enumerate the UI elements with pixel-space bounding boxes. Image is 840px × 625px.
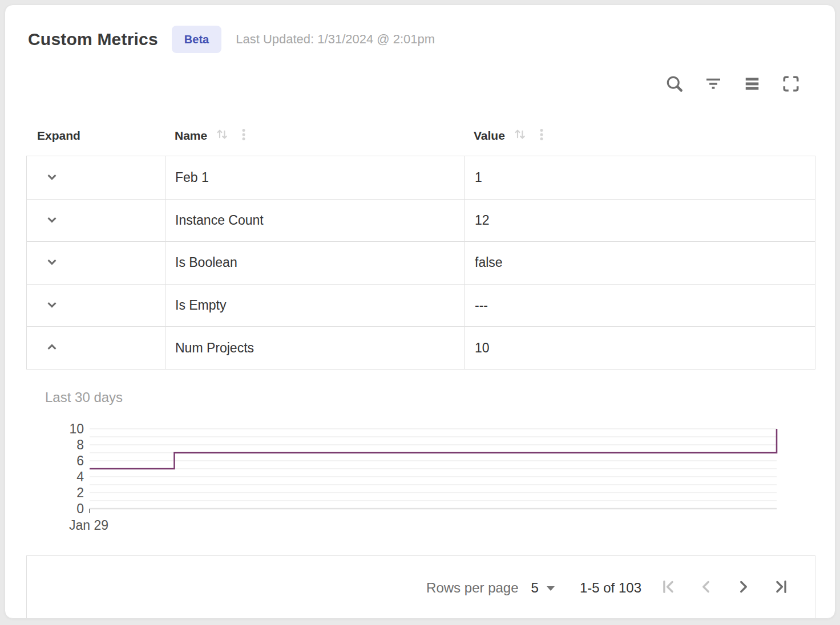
- last-page-button[interactable]: [769, 576, 793, 600]
- chart-title: Last 30 days: [45, 389, 123, 405]
- chevron-right-icon: [734, 577, 753, 598]
- step-line-chart: 0246810Jan 29: [58, 421, 782, 538]
- grid-toolbar: [664, 74, 802, 95]
- expand-cell: [27, 242, 165, 284]
- pagination-range-text: 1-5 of 103: [580, 580, 641, 596]
- name-cell: Is Empty: [165, 285, 465, 327]
- column-header-name[interactable]: Name: [165, 127, 464, 145]
- chevron-up-icon: [44, 339, 60, 357]
- filter-button[interactable]: [702, 74, 724, 95]
- beta-badge: Beta: [172, 26, 221, 53]
- density-icon: [742, 74, 762, 96]
- name-cell: Feb 1: [165, 156, 465, 199]
- rows-per-page-label: Rows per page: [426, 580, 518, 596]
- column-header-expand: Expand: [26, 129, 165, 143]
- first-page-icon: [659, 577, 678, 598]
- table-row: Is Booleanfalse: [27, 241, 815, 284]
- pagination-footer: Rows per page 5 1-5 of 103: [26, 555, 815, 619]
- rows-per-page-value: 5: [531, 580, 539, 596]
- svg-text:Jan 29: Jan 29: [69, 518, 108, 533]
- expand-cell: [27, 200, 165, 242]
- custom-metrics-card: Custom Metrics Beta Last Updated: 1/31/2…: [5, 5, 835, 619]
- value-cell: 1: [465, 156, 815, 199]
- fullscreen-icon: [781, 74, 801, 96]
- column-menu-icon[interactable]: [237, 128, 251, 144]
- expand-row-button[interactable]: [44, 169, 60, 186]
- chevron-left-icon: [696, 577, 716, 598]
- collapse-row-button[interactable]: [44, 339, 60, 357]
- svg-text:4: 4: [76, 469, 84, 484]
- column-header-value[interactable]: Value: [464, 127, 815, 145]
- table-header-row: Expand Name Value: [26, 117, 815, 154]
- filter-icon: [703, 74, 724, 96]
- last-updated-text: Last Updated: 1/31/2024 @ 2:01pm: [236, 32, 435, 47]
- value-cell: ---: [465, 285, 815, 327]
- table-row: Feb 11: [27, 156, 815, 199]
- next-page-button[interactable]: [732, 576, 756, 600]
- card-header: Custom Metrics Beta Last Updated: 1/31/2…: [28, 26, 435, 53]
- svg-text:0: 0: [76, 501, 84, 516]
- fullscreen-button[interactable]: [780, 74, 802, 95]
- chevron-down-icon: [44, 254, 60, 271]
- density-button[interactable]: [741, 74, 763, 95]
- pagination-controls: [656, 576, 793, 600]
- expand-cell: [27, 327, 165, 369]
- value-cell: 10: [465, 327, 815, 369]
- sort-icon[interactable]: [215, 127, 230, 145]
- chevron-down-icon: [44, 212, 60, 229]
- last-page-icon: [772, 577, 791, 598]
- table-body: Feb 11Instance Count12Is BooleanfalseIs …: [26, 156, 815, 370]
- svg-text:8: 8: [76, 437, 84, 452]
- table-row: Is Empty---: [27, 284, 815, 327]
- dropdown-arrow-icon: [547, 586, 555, 591]
- name-cell: Instance Count: [165, 200, 465, 242]
- table-row: Instance Count12: [27, 199, 815, 242]
- previous-page-button[interactable]: [694, 576, 718, 600]
- search-button[interactable]: [664, 74, 685, 95]
- value-cell: false: [465, 242, 815, 284]
- rows-per-page-select[interactable]: 5: [531, 580, 555, 596]
- search-icon: [664, 74, 685, 96]
- chevron-down-icon: [44, 169, 60, 186]
- column-menu-icon[interactable]: [535, 128, 548, 144]
- expand-cell: [27, 285, 165, 327]
- expand-row-button[interactable]: [44, 297, 60, 314]
- svg-text:2: 2: [76, 485, 84, 500]
- table-row: Num Projects10: [27, 326, 815, 369]
- sort-icon[interactable]: [512, 127, 528, 145]
- svg-text:6: 6: [76, 453, 84, 468]
- expand-row-button[interactable]: [44, 212, 60, 229]
- metric-chart: 0246810Jan 29: [58, 421, 782, 538]
- expand-cell: [27, 156, 165, 199]
- name-cell: Is Boolean: [165, 242, 465, 284]
- expand-row-button[interactable]: [44, 254, 60, 271]
- page-title: Custom Metrics: [28, 30, 158, 49]
- value-cell: 12: [465, 200, 815, 242]
- svg-text:10: 10: [69, 421, 84, 436]
- first-page-button[interactable]: [656, 576, 680, 600]
- chevron-down-icon: [44, 297, 60, 314]
- name-cell: Num Projects: [165, 327, 465, 369]
